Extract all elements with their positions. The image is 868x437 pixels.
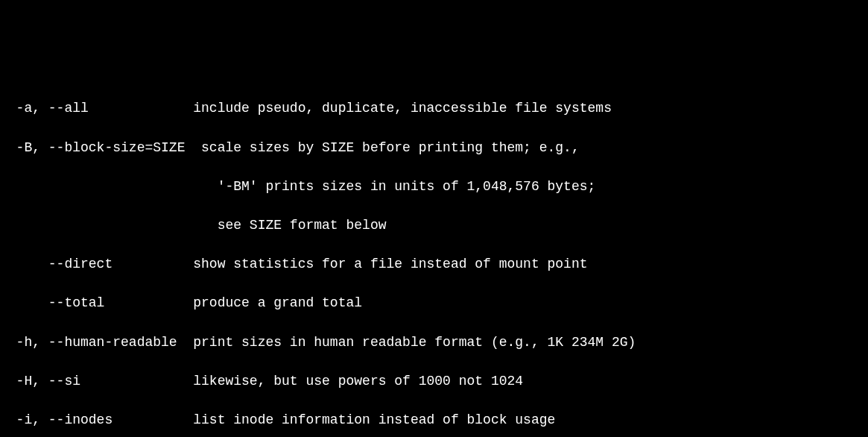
help-line-all: -a, --all include pseudo, duplicate, ina… <box>0 98 868 118</box>
terminal-output: -a, --all include pseudo, duplicate, ina… <box>0 79 868 437</box>
help-line-si: -H, --si likewise, but use powers of 100… <box>0 371 868 391</box>
help-line-inodes: -i, --inodes list inode information inst… <box>0 410 868 430</box>
help-line-block-size-cont1: '-BM' prints sizes in units of 1,048,576… <box>0 177 868 196</box>
help-line-total: --total produce a grand total <box>0 293 868 312</box>
help-line-direct: --direct show statistics for a file inst… <box>0 254 868 274</box>
help-line-human-readable: -h, --human-readable print sizes in huma… <box>0 333 868 352</box>
help-line-block-size-cont2: see SIZE format below <box>0 216 868 235</box>
help-line-block-size: -B, --block-size=SIZE scale sizes by SIZ… <box>0 138 868 157</box>
